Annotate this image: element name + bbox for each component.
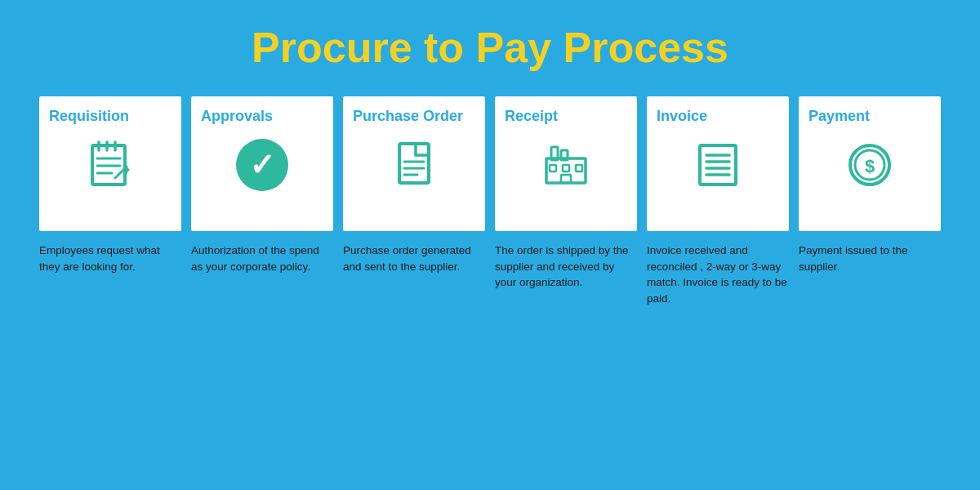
card-title-purchase-order: Purchase Order xyxy=(353,108,463,126)
step-invoice: Invoice Invoice received and reconciled … xyxy=(647,96,789,306)
svg-rect-17 xyxy=(550,165,556,172)
invoice-icon xyxy=(657,139,779,191)
card-desc-approvals: Authorization of the spend as your corpo… xyxy=(191,243,333,274)
card-requisition: Requisition xyxy=(39,96,181,231)
svg-rect-10 xyxy=(399,144,429,183)
svg-marker-8 xyxy=(127,167,130,173)
notepad-icon xyxy=(49,139,172,191)
card-title-approvals: Approvals xyxy=(201,108,273,126)
card-title-payment: Payment xyxy=(808,108,870,126)
page-title: Procure to Pay Process xyxy=(252,23,728,72)
card-title-receipt: Receipt xyxy=(505,108,558,126)
card-desc-receipt: The order is shipped by the supplier and… xyxy=(495,243,637,291)
card-title-invoice: Invoice xyxy=(657,108,707,126)
svg-rect-18 xyxy=(563,165,569,172)
card-receipt: Receipt xyxy=(495,96,637,231)
card-desc-payment: Payment issued to the supplier. xyxy=(799,243,941,274)
svg-rect-21 xyxy=(700,145,736,185)
card-desc-purchase-order: Purchase order generated and sent to the… xyxy=(343,243,485,274)
step-receipt: Receipt The order is shipped by the su xyxy=(495,96,637,306)
card-payment: Payment $ xyxy=(799,96,941,231)
svg-rect-19 xyxy=(576,165,582,172)
card-approvals: Approvals xyxy=(191,96,333,231)
card-title-requisition: Requisition xyxy=(49,108,129,126)
factory-icon xyxy=(505,139,627,191)
step-approvals: Approvals Authorization of the spend as … xyxy=(191,96,333,306)
card-desc-requisition: Employees request what they are looking … xyxy=(39,243,181,274)
svg-text:$: $ xyxy=(865,156,875,176)
document-icon xyxy=(353,139,475,191)
svg-line-9 xyxy=(125,173,127,175)
card-desc-invoice: Invoice received and reconciled , 2-way … xyxy=(647,243,789,306)
step-requisition: Requisition xyxy=(39,96,181,306)
checkmark-icon xyxy=(201,139,323,191)
step-payment: Payment $ Payment issued to the supplier… xyxy=(799,96,941,306)
coin-icon: $ xyxy=(808,139,931,191)
card-invoice: Invoice xyxy=(647,96,789,231)
card-purchase-order: Purchase Order xyxy=(343,96,485,231)
step-purchase-order: Purchase Order Purchase order generated … xyxy=(343,96,485,306)
cards-row: Requisition xyxy=(24,96,956,306)
